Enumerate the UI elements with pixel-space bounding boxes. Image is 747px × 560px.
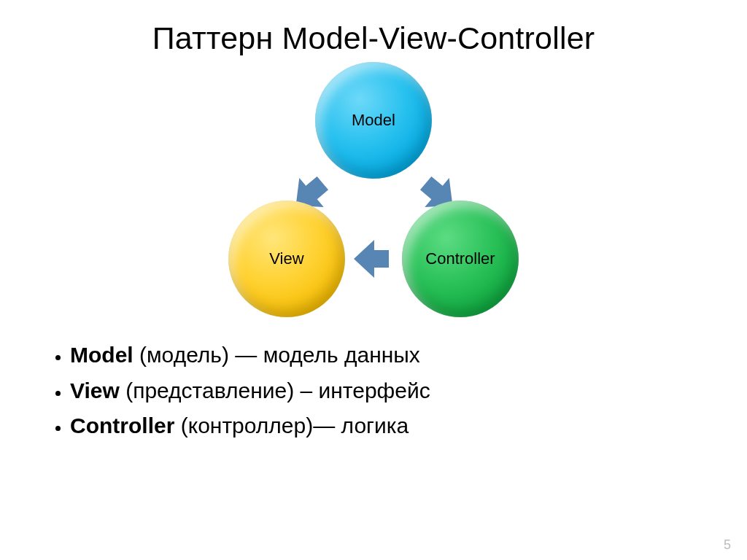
bullet-desc: (представление) – интерфейс bbox=[120, 378, 430, 402]
bullet-term: View bbox=[70, 378, 120, 402]
bullet-item: Model (модель) — модель данных bbox=[70, 338, 702, 373]
bullet-term: Model bbox=[70, 343, 133, 367]
bullet-item: Controller (контроллер)— логика bbox=[70, 408, 702, 444]
page-number: 5 bbox=[724, 537, 731, 553]
slide: Паттерн Model-View-Controller Model View bbox=[0, 0, 747, 560]
bullet-desc: (модель) — модель данных bbox=[133, 343, 420, 367]
node-view-label: View bbox=[269, 249, 303, 268]
arrow-controller-to-view bbox=[351, 237, 398, 281]
bullet-desc: (контроллер)— логика bbox=[174, 413, 409, 438]
svg-marker-1 bbox=[354, 240, 389, 278]
node-view: View bbox=[228, 201, 345, 317]
node-model-label: Model bbox=[352, 111, 395, 130]
node-controller: Controller bbox=[402, 201, 519, 317]
mvc-diagram: Model View Controller bbox=[184, 58, 563, 320]
slide-title: Паттерн Model-View-Controller bbox=[45, 20, 702, 56]
bullet-term: Controller bbox=[70, 413, 174, 438]
node-controller-label: Controller bbox=[425, 249, 495, 268]
node-model: Model bbox=[315, 62, 432, 179]
bullet-list: Model (модель) — модель данных View (пре… bbox=[45, 338, 702, 444]
bullet-item: View (представление) – интерфейс bbox=[70, 373, 702, 409]
